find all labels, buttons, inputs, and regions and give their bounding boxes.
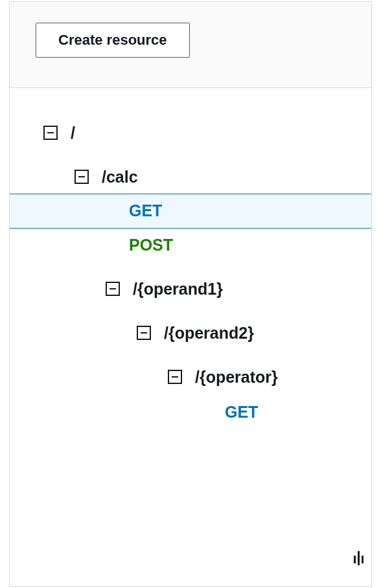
collapse-icon[interactable] xyxy=(75,170,89,184)
method-row-post-calc[interactable]: POST xyxy=(10,227,371,262)
collapse-icon[interactable] xyxy=(43,126,58,140)
resource-label: / xyxy=(71,124,75,142)
collapse-icon[interactable] xyxy=(168,370,182,384)
row-spacer xyxy=(102,204,116,218)
signal-bars-icon xyxy=(354,550,364,565)
method-row-get-operator[interactable]: GET xyxy=(10,394,371,429)
create-resource-button[interactable]: Create resource xyxy=(36,23,190,58)
row-spacer xyxy=(198,405,212,419)
resource-label: /{operand2} xyxy=(164,324,254,343)
method-label: GET xyxy=(129,201,162,220)
method-label: POST xyxy=(129,236,173,254)
collapse-icon[interactable] xyxy=(137,326,151,340)
method-label: GET xyxy=(225,403,258,422)
resource-label: /{operator} xyxy=(195,368,278,387)
collapse-icon[interactable] xyxy=(106,282,120,296)
resource-row-operator[interactable]: /{operator} xyxy=(10,359,371,394)
row-spacer xyxy=(102,238,116,252)
resource-tree-panel: Create resource / /calc GET POST /{opera… xyxy=(9,1,372,587)
resource-label: /{operand1} xyxy=(133,280,223,299)
resource-label: /calc xyxy=(102,168,138,187)
resource-row-calc[interactable]: /calc xyxy=(10,159,371,194)
resource-row-root[interactable]: / xyxy=(10,115,371,150)
resource-row-operand1[interactable]: /{operand1} xyxy=(10,271,371,306)
method-row-get-calc[interactable]: GET xyxy=(10,194,371,229)
resource-tree: / /calc GET POST /{operand1} /{operand2} xyxy=(10,88,371,429)
resource-row-operand2[interactable]: /{operand2} xyxy=(10,315,371,350)
toolbar: Create resource xyxy=(10,2,371,88)
